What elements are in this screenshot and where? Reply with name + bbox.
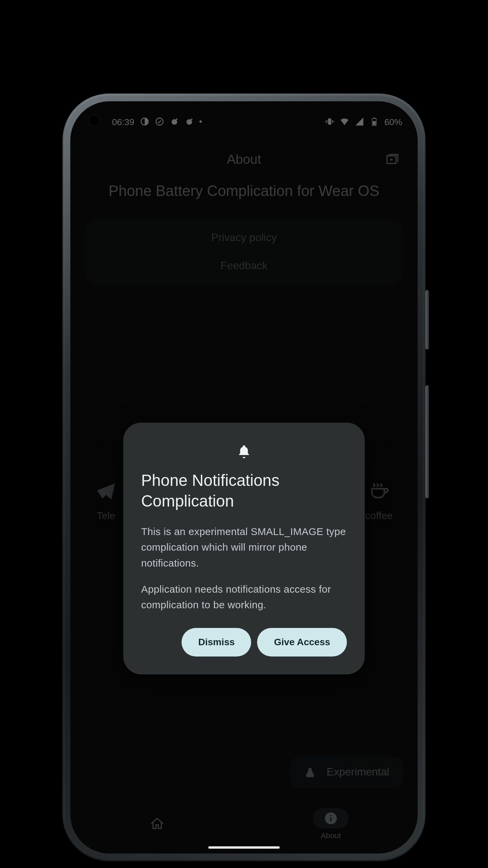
phone-frame: 06:39 60% A (63, 94, 426, 861)
power-button (425, 290, 429, 350)
bell-icon (236, 444, 252, 460)
dialog-body-2: Application needs notifications access f… (141, 582, 347, 613)
give-access-button[interactable]: Give Access (257, 628, 347, 656)
screen: 06:39 60% A (70, 101, 418, 853)
dialog-body-1: This is an experimental SMALL_IMAGE type… (141, 525, 347, 572)
notification-access-dialog: Phone Notifications Complication This is… (123, 423, 365, 674)
dismiss-button[interactable]: Dismiss (182, 628, 251, 656)
dialog-title: Phone Notifications Complication (141, 470, 347, 511)
gesture-bar[interactable] (208, 846, 280, 849)
volume-button (425, 385, 429, 498)
